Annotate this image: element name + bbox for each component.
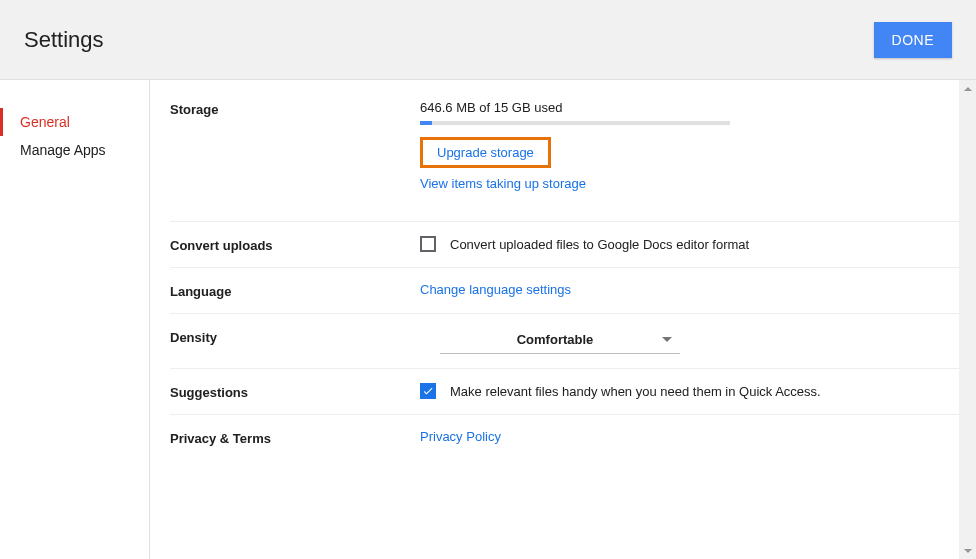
section-density: Density Comfortable — [170, 314, 966, 369]
storage-bar-fill — [420, 121, 432, 125]
storage-content: 646.6 MB of 15 GB used Upgrade storage V… — [420, 100, 966, 191]
chevron-down-icon — [662, 337, 672, 342]
suggestions-checkbox[interactable] — [420, 383, 436, 399]
body: General Manage Apps Storage 646.6 MB of … — [0, 80, 976, 559]
language-content: Change language settings — [420, 282, 966, 299]
language-label: Language — [170, 282, 420, 299]
density-select[interactable]: Comfortable — [440, 328, 680, 354]
privacy-content: Privacy Policy — [420, 429, 966, 446]
storage-bar — [420, 121, 730, 125]
scroll-up-button[interactable] — [959, 80, 976, 97]
density-content: Comfortable — [420, 328, 966, 354]
view-items-link[interactable]: View items taking up storage — [420, 176, 586, 191]
check-icon — [422, 385, 434, 397]
sidebar: General Manage Apps — [0, 80, 150, 559]
privacy-policy-link[interactable]: Privacy Policy — [420, 429, 501, 444]
scroll-down-button[interactable] — [959, 542, 976, 559]
suggestions-content: Make relevant files handy when you need … — [420, 383, 966, 400]
header: Settings DONE — [0, 0, 976, 80]
change-language-link[interactable]: Change language settings — [420, 282, 571, 297]
section-suggestions: Suggestions Make relevant files handy wh… — [170, 369, 966, 415]
privacy-label: Privacy & Terms — [170, 429, 420, 446]
convert-uploads-content: Convert uploaded files to Google Docs ed… — [420, 236, 966, 253]
storage-usage-text: 646.6 MB of 15 GB used — [420, 100, 966, 115]
convert-uploads-checkbox-label: Convert uploaded files to Google Docs ed… — [450, 237, 749, 252]
section-storage: Storage 646.6 MB of 15 GB used Upgrade s… — [170, 100, 966, 222]
arrow-down-icon — [964, 549, 972, 553]
suggestions-label: Suggestions — [170, 383, 420, 400]
convert-uploads-checkbox[interactable] — [420, 236, 436, 252]
scrollbar[interactable] — [959, 80, 976, 559]
upgrade-storage-link[interactable]: Upgrade storage — [437, 145, 534, 160]
convert-uploads-label: Convert uploads — [170, 236, 420, 253]
sidebar-item-general[interactable]: General — [0, 108, 149, 136]
done-button[interactable]: DONE — [874, 22, 952, 58]
density-label: Density — [170, 328, 420, 354]
suggestions-checkbox-label: Make relevant files handy when you need … — [450, 384, 821, 399]
storage-label: Storage — [170, 100, 420, 191]
section-language: Language Change language settings — [170, 268, 966, 314]
section-privacy: Privacy & Terms Privacy Policy — [170, 415, 966, 460]
upgrade-storage-highlight: Upgrade storage — [420, 137, 551, 168]
sidebar-item-manage-apps[interactable]: Manage Apps — [0, 136, 149, 164]
content: Storage 646.6 MB of 15 GB used Upgrade s… — [150, 80, 976, 559]
page-title: Settings — [24, 27, 104, 53]
density-value: Comfortable — [448, 332, 662, 347]
arrow-up-icon — [964, 87, 972, 91]
section-convert-uploads: Convert uploads Convert uploaded files t… — [170, 222, 966, 268]
